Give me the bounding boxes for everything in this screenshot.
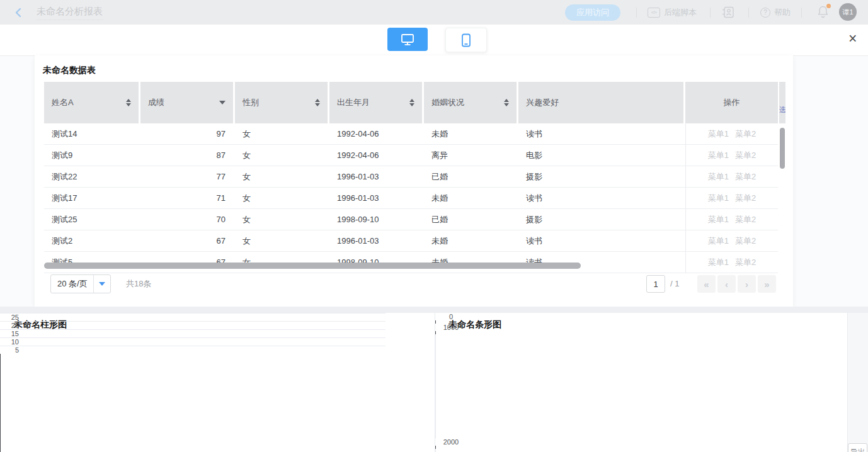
page-size-select[interactable]: 20 条/页: [50, 274, 111, 293]
table-row: 测试267女1996-01-03未婚读书菜单1菜单2: [44, 230, 778, 252]
right-margin-strip: [847, 313, 868, 452]
column-header-7[interactable]: 操作: [685, 82, 778, 123]
preview-toolbar: ×: [0, 25, 868, 56]
table-body: 测试1497女1992-04-06未婚读书菜单1菜单2测试987女1992-04…: [44, 123, 778, 273]
vertical-scrollbar[interactable]: [780, 123, 785, 269]
notification-bell[interactable]: [817, 5, 830, 19]
y-axis-line: [0, 354, 1, 452]
avatar[interactable]: 谭1: [839, 3, 857, 21]
mobile-view-toggle[interactable]: [445, 28, 487, 52]
row-action-link[interactable]: 菜单1: [708, 235, 729, 247]
sort-desc-icon: [315, 103, 320, 106]
table-row: 测试1771女1996-01-03未婚读书菜单1菜单2: [44, 188, 778, 209]
column-header-1[interactable]: 姓名A: [44, 82, 139, 123]
close-icon[interactable]: ×: [848, 31, 857, 46]
sort-icon[interactable]: [409, 99, 414, 106]
column-header-3[interactable]: 性别: [235, 82, 328, 123]
gridline: [0, 313, 385, 314]
export-button[interactable]: 导出: [848, 443, 867, 452]
table-row: 测试1497女1992-04-06未婚读书菜单1菜单2: [44, 123, 778, 145]
horizontal-scrollbar-thumb[interactable]: [44, 263, 581, 269]
cell-score: 67: [140, 230, 233, 251]
monitor-icon: [401, 33, 414, 46]
cell-actions: 菜单1菜单2: [685, 209, 778, 230]
column-header-2[interactable]: 成绩: [140, 82, 233, 123]
next-page-icon: ›: [745, 279, 748, 290]
table-row: 测试2570女1998-09-10已婚摄影菜单1菜单2: [44, 209, 778, 230]
cell-score: 97: [140, 123, 233, 144]
first-page-button[interactable]: «: [697, 275, 716, 293]
cell-hobby: 摄影: [518, 209, 683, 230]
cell-actions: 菜单1菜单2: [685, 166, 778, 187]
cell-name: 测试25: [44, 209, 139, 230]
column-header-5[interactable]: 婚姻状况: [424, 82, 517, 123]
sort-desc-icon: [409, 103, 414, 106]
sort-desc-active-icon[interactable]: [219, 101, 226, 105]
x-axis-tick-label: 0: [435, 313, 467, 320]
row-action-link[interactable]: 菜单2: [735, 150, 756, 161]
cell-actions: 菜单1菜单2: [685, 188, 778, 208]
row-action-link[interactable]: 菜单2: [735, 193, 756, 204]
desktop-view-toggle[interactable]: [387, 28, 428, 51]
help-icon: ?: [760, 8, 770, 18]
gridline: [0, 337, 385, 338]
cell-birth: 1992-04-06: [329, 145, 422, 166]
code-icon: </>: [648, 8, 660, 18]
cell-score: 77: [140, 166, 233, 187]
row-action-link[interactable]: 菜单2: [735, 235, 756, 247]
divider: [748, 8, 749, 18]
total-count: 共18条: [126, 274, 151, 293]
row-action-link[interactable]: 菜单2: [735, 171, 756, 183]
page-total: / 1: [670, 275, 679, 293]
sort-desc-icon: [504, 103, 509, 106]
app-access-button[interactable]: 应用访问: [565, 4, 620, 21]
back-chevron-icon[interactable]: [14, 8, 23, 18]
backend-script-button[interactable]: </> 后端脚本: [648, 5, 697, 20]
row-action-link[interactable]: 菜单1: [708, 150, 729, 161]
column-header-4[interactable]: 出生年月: [329, 82, 422, 123]
y-axis-tick-label: 25: [0, 314, 19, 321]
row-action-link[interactable]: 菜单2: [735, 128, 756, 140]
cell-marital: 已婚: [424, 166, 517, 187]
last-page-button[interactable]: »: [758, 275, 776, 293]
report-title[interactable]: 未命名分析报表: [37, 6, 103, 20]
cell-hobby: 读书: [518, 188, 683, 208]
row-action-link[interactable]: 菜单2: [735, 214, 756, 225]
next-page-button[interactable]: ›: [738, 275, 756, 293]
gridline: [435, 449, 436, 452]
cell-hobby: 读书: [518, 230, 683, 251]
row-action-link[interactable]: 菜单1: [708, 257, 729, 268]
cell-gender: 女: [235, 145, 328, 166]
sort-asc-icon: [409, 99, 414, 102]
cell-birth: 1996-01-03: [329, 230, 422, 251]
column-header-6[interactable]: 兴趣爱好: [518, 82, 683, 123]
y-axis-tick-label: 5: [0, 346, 19, 354]
row-action-link[interactable]: 菜单1: [708, 193, 729, 204]
sort-desc-icon: [126, 103, 131, 106]
page-number-input[interactable]: [646, 275, 665, 293]
cell-gender: 女: [235, 209, 328, 230]
help-button[interactable]: ? 帮助: [760, 5, 791, 20]
cell-actions: 菜单1菜单2: [685, 230, 778, 251]
members-icon[interactable]: [722, 6, 734, 18]
column-header-label: 操作: [724, 97, 740, 108]
cell-gender: 女: [235, 123, 328, 144]
divider: [801, 8, 802, 18]
column-chart-card: 未命名柱形图 2520151052115: [0, 313, 435, 452]
divider: [710, 8, 711, 18]
row-action-link[interactable]: 菜单1: [708, 214, 729, 225]
topbar: 未命名分析报表 应用访问 </> 后端脚本 ? 帮助 谭1: [0, 0, 868, 25]
last-page-icon: »: [764, 279, 769, 290]
sort-icon[interactable]: [315, 99, 320, 106]
sort-icon[interactable]: [126, 99, 131, 106]
row-action-link[interactable]: 菜单2: [735, 257, 756, 268]
table-header-gutter: 选: [779, 82, 785, 123]
prev-page-button[interactable]: ‹: [717, 275, 736, 293]
cell-hobby: 电影: [518, 145, 683, 166]
vertical-scrollbar-thumb[interactable]: [780, 128, 785, 169]
cell-marital: 未婚: [424, 230, 517, 251]
row-action-link[interactable]: 菜单1: [708, 128, 729, 140]
row-action-link[interactable]: 菜单1: [708, 171, 729, 183]
sort-icon[interactable]: [504, 99, 509, 106]
cell-name: 测试14: [44, 123, 139, 144]
